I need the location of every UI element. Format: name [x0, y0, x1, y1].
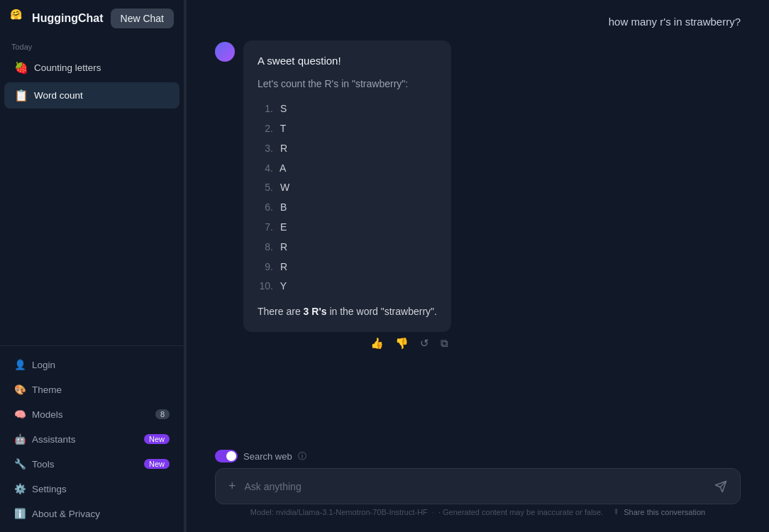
letter-list: 1. S 2. T 3. R 4. A 5. W 6. B 7. E 8. R …	[258, 99, 437, 297]
sidebar-spacer	[0, 109, 184, 345]
assistants-icon: 🤖	[14, 433, 26, 445]
sidebar-item-theme[interactable]: 🎨 Theme	[4, 377, 179, 401]
assistant-message: A sweet question! Let's count the R's in…	[215, 40, 697, 355]
login-icon: 👤	[14, 359, 26, 370]
user-message-text: how many r's in strawberry?	[609, 16, 741, 28]
logo-icon: 🤗	[10, 9, 25, 28]
sidebar: 🤗 HuggingChat New Chat Today 🍓 Counting …	[0, 0, 184, 532]
message-conclusion: There are 3 R's in the word "strawberry"…	[258, 304, 437, 321]
assistant-avatar	[215, 42, 235, 62]
footer-bar: Model: nvidia/Llama-3.1-Nemotron-70B-Ins…	[215, 504, 741, 521]
conclusion-prefix: There are	[258, 306, 304, 317]
sidebar-item-models[interactable]: 🧠 Models 8	[4, 402, 179, 426]
assistant-message-content: A sweet question! Let's count the R's in…	[243, 40, 451, 355]
tools-label: Tools	[32, 459, 55, 470]
main-content: how many r's in strawberry? A sweet ques…	[187, 0, 769, 532]
tools-icon: 🔧	[14, 458, 26, 470]
message-actions: 👍 👎 ↺ ⧉	[243, 332, 451, 355]
list-item: 10. Y	[258, 277, 437, 297]
sidebar-item-word-count[interactable]: 📋 Word count	[4, 82, 179, 109]
models-icon: 🧠	[14, 409, 26, 420]
list-item: 6. B	[258, 198, 437, 218]
chat-input[interactable]	[245, 481, 706, 492]
sidebar-item-tools[interactable]: 🔧 Tools New	[4, 452, 179, 476]
search-web-info-icon: ⓘ	[298, 450, 306, 462]
copy-button[interactable]: ⧉	[438, 335, 451, 351]
sidebar-item-settings[interactable]: ⚙️ Settings	[4, 477, 179, 501]
list-item: 1. S	[258, 99, 437, 119]
about-label: About & Privacy	[32, 509, 100, 519]
chat-label-counting: Counting letters	[34, 62, 101, 73]
sidebar-item-counting-letters[interactable]: 🍓 Counting letters	[4, 55, 179, 81]
list-item: 8. R	[258, 238, 437, 257]
app-name: HuggingChat	[32, 12, 103, 25]
new-chat-button[interactable]: New Chat	[111, 9, 174, 28]
message-greeting: A sweet question!	[258, 52, 437, 70]
list-item: 9. R	[258, 257, 437, 277]
login-label: Login	[32, 360, 55, 370]
sidebar-bottom: 👤 Login 🎨 Theme 🧠 Models 8 🤖 Assistants …	[0, 345, 184, 532]
sidebar-header: 🤗 HuggingChat New Chat	[0, 0, 184, 37]
assistants-badge: New	[144, 434, 170, 444]
list-item: 3. R	[258, 139, 437, 159]
list-item: 2. T	[258, 119, 437, 139]
sidebar-item-assistants[interactable]: 🤖 Assistants New	[4, 427, 179, 451]
sidebar-item-login[interactable]: 👤 Login	[4, 353, 179, 377]
thumbs-up-button[interactable]: 👍	[367, 335, 387, 351]
sidebar-item-about-privacy[interactable]: ℹ️ About & Privacy	[4, 501, 179, 526]
search-web-bar: Search web ⓘ	[215, 447, 741, 468]
chat-area: how many r's in strawberry? A sweet ques…	[187, 0, 769, 441]
today-label: Today	[0, 37, 184, 54]
message-subtitle: Let's count the R's in "strawberry":	[258, 76, 437, 93]
list-item: 4. A	[258, 159, 437, 179]
chat-icon-counting: 🍓	[14, 61, 28, 74]
chat-icon-word-count: 📋	[14, 89, 28, 102]
conclusion-count: 3 R's	[304, 306, 327, 317]
thumbs-down-button[interactable]: 👎	[392, 335, 411, 351]
assistants-label: Assistants	[32, 434, 76, 445]
input-plus-button[interactable]: +	[227, 477, 238, 495]
settings-icon: ⚙️	[14, 483, 26, 494]
models-badge: 8	[155, 409, 170, 419]
chat-label-word-count: Word count	[34, 90, 83, 101]
search-web-label: Search web	[243, 451, 292, 462]
theme-label: Theme	[32, 384, 62, 395]
list-item: 5. W	[258, 178, 437, 198]
footer-warning: · Generated content may be inaccurate or…	[438, 508, 603, 516]
tools-badge: New	[144, 459, 170, 469]
user-message: how many r's in strawberry?	[609, 14, 741, 29]
input-box: +	[215, 468, 741, 504]
send-button[interactable]	[713, 479, 729, 494]
list-item: 7. E	[258, 218, 437, 238]
search-web-toggle[interactable]	[215, 450, 238, 462]
conclusion-suffix: in the word "strawberry".	[327, 306, 437, 317]
about-icon: ℹ️	[14, 508, 26, 519]
settings-label: Settings	[32, 484, 67, 494]
models-label: Models	[32, 409, 63, 420]
share-conversation-link[interactable]: Share this conversation	[624, 508, 705, 516]
message-bubble: A sweet question! Let's count the R's in…	[243, 40, 451, 332]
theme-icon: 🎨	[14, 384, 26, 395]
retry-button[interactable]: ↺	[417, 335, 432, 351]
input-area: Search web ⓘ + Model: nvidia/Llama-3.1-N…	[187, 441, 769, 532]
model-label: Model: nvidia/Llama-3.1-Nemotron-70B-Ins…	[250, 508, 428, 516]
